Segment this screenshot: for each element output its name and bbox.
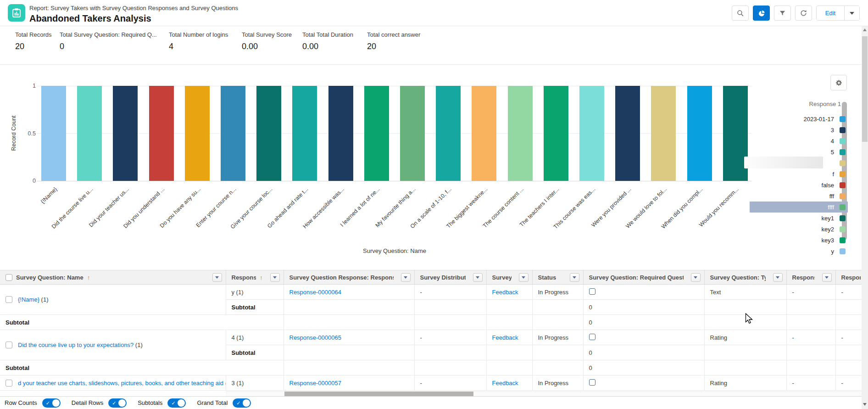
legend-item[interactable]: 4 — [831, 135, 846, 146]
response-subtotal-label: Subtotal — [226, 345, 284, 360]
column-header-5[interactable]: Survey — [486, 270, 532, 285]
legend-item[interactable]: 5 — [831, 146, 846, 157]
required-question-cell — [583, 375, 704, 391]
chart-bar[interactable] — [292, 86, 317, 181]
column-filter-button[interactable] — [401, 273, 411, 282]
survey-link[interactable]: Feedback — [492, 289, 518, 296]
chart-icon — [758, 10, 765, 17]
response-id-link[interactable]: Response-0000064 — [289, 289, 341, 296]
response2-cell: - — [786, 330, 835, 345]
chart-bar[interactable] — [149, 86, 174, 181]
column-header-6[interactable]: Status — [532, 270, 583, 285]
chart-bar[interactable] — [687, 86, 712, 181]
legend-swatch — [840, 204, 846, 210]
chart-bar[interactable] — [615, 86, 640, 181]
legend-item[interactable]: key3 — [822, 235, 846, 246]
survey-distribution-cell: - — [414, 285, 486, 300]
chart-bar[interactable] — [651, 86, 676, 181]
legend-item[interactable]: ffff — [750, 202, 848, 213]
column-filter-button[interactable] — [473, 273, 483, 282]
toggle-switch[interactable]: ✓ — [42, 398, 61, 408]
required-question-cell — [583, 285, 704, 300]
filter-button[interactable] — [774, 6, 791, 21]
required-checkbox[interactable] — [589, 334, 595, 340]
response-id-link[interactable]: Response-0000065 — [289, 334, 341, 341]
row-checkbox[interactable] — [6, 342, 12, 348]
edit-dropdown-button[interactable] — [844, 6, 859, 20]
chart-bar[interactable] — [508, 86, 533, 181]
row-checkbox[interactable] — [6, 380, 12, 387]
column-header-7[interactable]: Survey Question: Required Question — [583, 270, 704, 285]
question-link[interactable]: {!Name} — [18, 296, 39, 303]
response-id-link[interactable]: Response-0000057 — [289, 380, 341, 387]
legend-item[interactable]: y — [831, 246, 846, 257]
legend-item[interactable]: f — [832, 168, 846, 179]
toggle-switch[interactable]: ✓ — [108, 398, 127, 408]
legend-item[interactable]: fff — [829, 190, 846, 202]
column-filter-button[interactable] — [519, 273, 529, 282]
legend-item[interactable]: key2 — [822, 224, 846, 235]
survey-link[interactable]: Feedback — [492, 334, 518, 341]
legend-item[interactable]: 3 — [831, 124, 846, 135]
chart-section: Record Count Survey Question: Name 00.51… — [0, 65, 868, 270]
toggle-switch[interactable]: ✓ — [167, 398, 186, 408]
column-filter-button[interactable] — [212, 273, 222, 282]
column-filter-button[interactable] — [570, 273, 579, 282]
search-button[interactable] — [732, 6, 749, 21]
chart-bar[interactable] — [364, 86, 389, 181]
column-filter-button[interactable] — [822, 273, 832, 282]
legend-item[interactable]: false — [822, 179, 846, 190]
column-header-2[interactable]: Response 1↑ — [226, 270, 284, 285]
legend-item-label: key1 — [822, 215, 834, 222]
scroll-up-icon[interactable] — [863, 28, 867, 31]
question-link[interactable]: Did the course live up to your expectati… — [18, 342, 134, 348]
column-header-8[interactable]: Survey Question: Type — [704, 270, 786, 285]
footer-toggle-item: Detail Rows✓ — [72, 398, 127, 408]
chart-toggle-button[interactable] — [753, 6, 770, 21]
chart-bar[interactable] — [113, 86, 138, 181]
vertical-scrollbar[interactable] — [862, 26, 868, 409]
legend-item[interactable]: key1 — [822, 213, 846, 224]
x-axis-label: Enter your course n... — [195, 186, 238, 229]
chart-bar[interactable] — [185, 86, 210, 181]
column-header-9[interactable]: Response 2 — [786, 270, 835, 285]
chart-bar[interactable] — [221, 86, 245, 181]
survey-link[interactable]: Feedback — [492, 380, 518, 387]
question-link[interactable]: d your teacher use charts, slideshows, p… — [18, 380, 223, 387]
column-filter-button[interactable] — [773, 273, 783, 282]
refresh-button[interactable] — [795, 6, 812, 21]
chart-bar[interactable] — [400, 86, 425, 181]
response-id-cell: Response-0000065 — [284, 330, 414, 345]
required-question-cell — [583, 330, 704, 345]
chart-bar[interactable] — [77, 86, 102, 181]
chart-bar[interactable] — [544, 86, 568, 181]
column-header-label: Status — [538, 274, 556, 281]
edit-button[interactable]: Edit — [817, 6, 844, 20]
column-header-3[interactable]: Survey Question Response: Response ID — [284, 270, 414, 285]
metric-label: Total Total Duration — [302, 31, 353, 38]
chart-bar[interactable] — [328, 86, 353, 181]
legend-item[interactable] — [834, 157, 846, 168]
chart-bar[interactable] — [436, 86, 461, 181]
table-row: d your teacher use charts, slideshows, p… — [0, 375, 868, 391]
legend-item[interactable]: 2023-01-17 — [804, 113, 846, 124]
chart-bar[interactable] — [41, 86, 66, 181]
column-filter-button[interactable] — [270, 273, 280, 282]
chart-bar[interactable] — [579, 86, 604, 181]
toggle-switch[interactable]: ✓ — [233, 398, 251, 408]
select-all-checkbox[interactable] — [6, 274, 12, 281]
scroll-down-icon[interactable] — [863, 403, 867, 406]
chart-settings-button[interactable] — [830, 75, 847, 90]
column-header-1[interactable]: Survey Question: Name↑ — [0, 270, 226, 285]
row-checkbox[interactable] — [6, 296, 12, 303]
chart-bar[interactable] — [256, 86, 281, 181]
status-cell: In Progress — [532, 330, 583, 345]
required-checkbox[interactable] — [589, 288, 595, 295]
column-header-4[interactable]: Survey Distribution — [414, 270, 486, 285]
horizontal-scrollbar[interactable] — [226, 391, 862, 396]
vertical-scrollbar-thumb[interactable] — [862, 36, 868, 142]
required-checkbox[interactable] — [589, 379, 595, 386]
subtotal-row: Subtotal0 — [0, 315, 868, 330]
chart-bar[interactable] — [472, 86, 496, 181]
column-filter-button[interactable] — [691, 273, 701, 282]
